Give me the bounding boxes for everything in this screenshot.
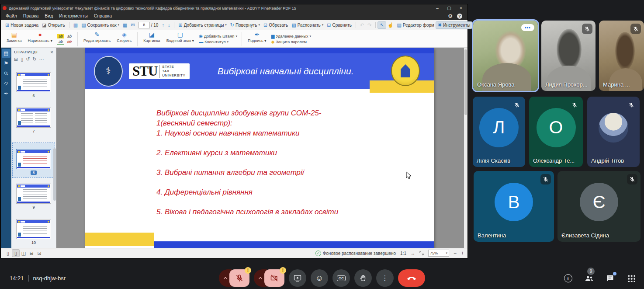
tool-button-erase[interactable]: ◈Стереть	[115, 31, 133, 47]
toolbar-button-header-footer[interactable]: ▬Колонтитул▾	[199, 40, 237, 44]
pages-tool-more-icon[interactable]: ⋯	[39, 56, 44, 62]
tool-button-signature[interactable]: ✒Подпись ▾	[246, 31, 268, 47]
tool-button-draw[interactable]: ●Нарисовать ▾	[27, 31, 54, 47]
camera-off-button[interactable]: !	[264, 269, 284, 287]
participant-tile[interactable]: Андрій Тітов	[587, 97, 640, 167]
rail-bookmarks-icon[interactable]: ⚑	[2, 59, 10, 68]
tool-button-picture[interactable]: ◪Картинка	[142, 31, 161, 47]
page-thumbnail-9[interactable]: 9	[16, 184, 51, 209]
toolbar-button-page-up[interactable]: ↑	[160, 22, 166, 28]
close-button[interactable]: ×	[456, 4, 466, 12]
markup-plain-button[interactable]: ab	[66, 34, 73, 38]
minimize-button[interactable]: –	[433, 4, 442, 12]
tool-button-edit[interactable]: ✎Редактировать	[82, 31, 112, 47]
view-mode-3[interactable]: ⊟	[28, 250, 35, 257]
toolbar-button-crop[interactable]: ⊡Обрезать	[262, 22, 290, 28]
more-options-button[interactable]: ⋮	[376, 269, 394, 287]
maximize-button[interactable]: ▢	[444, 4, 454, 12]
reactions-button[interactable]: ☺	[311, 269, 328, 287]
toolbar-button-password[interactable]: ◆Защита паролем	[271, 40, 311, 44]
zoom-in-button[interactable]: +	[461, 250, 464, 256]
rail-digital-signature-icon[interactable]: ✒	[2, 89, 10, 98]
markup-hl-button[interactable]: ab	[57, 34, 64, 38]
participant-tile[interactable]: Марина ...	[599, 21, 644, 91]
raise-hand-button[interactable]	[354, 269, 372, 287]
participant-tile[interactable]: ЛЛілія Скасків	[473, 97, 525, 167]
page-thumbnail-10[interactable]: 10	[16, 219, 51, 245]
zoom-out-button[interactable]: −	[454, 250, 457, 256]
view-mode-1[interactable]: ▯	[12, 250, 19, 257]
help-icon[interactable]: ?	[457, 14, 462, 19]
view-mode-2[interactable]: ◫	[20, 250, 27, 257]
zoom-select[interactable]: 75%▾	[428, 250, 449, 257]
toolbar-button-stamp[interactable]: ◉Добавить штамп▾	[199, 34, 237, 38]
toolbar-separator	[77, 32, 78, 46]
participant-tile[interactable]: ЄЄлизавета Сідина	[557, 171, 641, 242]
menu-Инструменты[interactable]: Инструменты	[56, 12, 90, 20]
view-mode-4[interactable]: ⊡	[36, 250, 43, 257]
chat-button[interactable]	[605, 273, 615, 284]
toolbar-button-print[interactable]: ▦	[121, 22, 129, 28]
toolbar-button-cursor[interactable]: ↖	[378, 22, 385, 28]
menu-Файл[interactable]: Файл	[3, 12, 20, 20]
toolbar-button-open-folder[interactable]: ◪Открыть	[40, 22, 67, 28]
pages-panel-close-icon[interactable]: ×	[50, 49, 53, 55]
toolbar-button-recognize[interactable]: ▧Распознать▾	[290, 22, 325, 28]
menu-Справка[interactable]: Справка	[91, 12, 115, 20]
toolbar-button-hand[interactable]: ☝	[386, 22, 395, 28]
dropdown-caret-icon: ▾	[227, 40, 229, 44]
fit-page-button[interactable]	[419, 251, 424, 255]
markup-ul-button[interactable]: ab	[57, 39, 64, 45]
actual-size-button[interactable]: 1:1	[400, 251, 406, 256]
page-thumbnail-8[interactable]: 8	[13, 143, 55, 178]
finereader-window: Державний податковий університет Факульт…	[1, 4, 467, 258]
rail-pages-icon[interactable]: ▤	[2, 49, 10, 58]
markup-st-button[interactable]: ab	[66, 39, 73, 45]
page-thumbnail-6[interactable]: 6	[16, 72, 51, 98]
document-scrollbar[interactable]	[464, 48, 467, 248]
participant-tile[interactable]: •••Оксана Ярова	[473, 21, 538, 91]
tile-options-button[interactable]: •••	[521, 24, 534, 31]
menu-Правка[interactable]: Правка	[20, 12, 42, 20]
toolbar-button-compare[interactable]: ⊟Сравнить	[325, 22, 353, 28]
rail-attachments-icon[interactable]: ⊂	[2, 79, 10, 88]
present-screen-button[interactable]	[289, 269, 306, 287]
toolbar-button-undo[interactable]: ↶	[358, 22, 366, 28]
people-button[interactable]: 9	[584, 273, 594, 284]
activities-button[interactable]	[626, 273, 636, 284]
captions-button[interactable]: CC	[332, 269, 350, 287]
tool-button-watermark[interactable]: ▢Водяной знак ▾	[165, 31, 196, 47]
settings-gear-icon[interactable]: ⚙	[448, 13, 453, 19]
rail-search-icon[interactable]: ⚲	[2, 69, 10, 78]
page-number-input[interactable]: 8	[138, 22, 150, 28]
view-mode-0[interactable]: ▯	[4, 250, 11, 257]
pages-tool-add-page-icon[interactable]: ⊞	[14, 56, 18, 62]
end-call-button[interactable]	[398, 269, 425, 287]
page-thumbnail-7[interactable]: 7	[16, 108, 51, 133]
toolbar-button-tools[interactable]: ✖Инструменты	[436, 22, 472, 28]
toolbar-button-add-pages[interactable]: ⊞Добавить страницы▾	[177, 22, 228, 28]
toolbar-button-new-task[interactable]: ⊞Новая задача	[3, 22, 40, 28]
document-area[interactable]: ⚕ STU STATETAXUNIVERSITY Вибіркові навча…	[56, 48, 467, 248]
pages-scrollbar[interactable]	[53, 148, 56, 201]
participant-tile[interactable]: ВВалентина	[474, 171, 554, 242]
participant-tile[interactable]: Лидия Прохор...	[541, 21, 596, 91]
participant-tile[interactable]: ООлександр Те...	[529, 97, 583, 167]
mic-mute-button[interactable]: !	[229, 269, 249, 287]
pages-tool-rotate-ccw-icon[interactable]: ↺	[26, 56, 30, 62]
pages-tool-delete-page-icon[interactable]: ▯	[21, 56, 23, 62]
toolbar-button-save-as[interactable]: ▤Сохранить как▾	[80, 22, 121, 28]
meeting-details-button[interactable]: i	[563, 273, 573, 284]
fit-width-button[interactable]: ↔	[411, 251, 415, 256]
pages-tool-rotate-cw-icon[interactable]: ↻	[33, 56, 37, 62]
toolbar-button-redo[interactable]: ↷	[366, 22, 373, 28]
main-toolbar: ⊞Новая задача◪Открыть▥▤Сохранить как▾▦✉8…	[1, 20, 467, 30]
toolbar-button-page-down[interactable]: ↓	[166, 22, 172, 28]
toolbar-button-redact[interactable]: ▆Удаление данных▾	[271, 34, 311, 38]
toolbar-button-email[interactable]: ✉	[129, 22, 137, 28]
toolbar-button-rotate[interactable]: ↻Повернуть▾	[229, 22, 262, 28]
toolbar-button-save[interactable]: ▥	[72, 22, 80, 28]
tool-button-note[interactable]: ▤Заметка	[5, 31, 23, 47]
toolbar-button-form-editor[interactable]: ▤Редактор форм	[395, 22, 436, 28]
menu-Вид[interactable]: Вид	[42, 12, 56, 20]
